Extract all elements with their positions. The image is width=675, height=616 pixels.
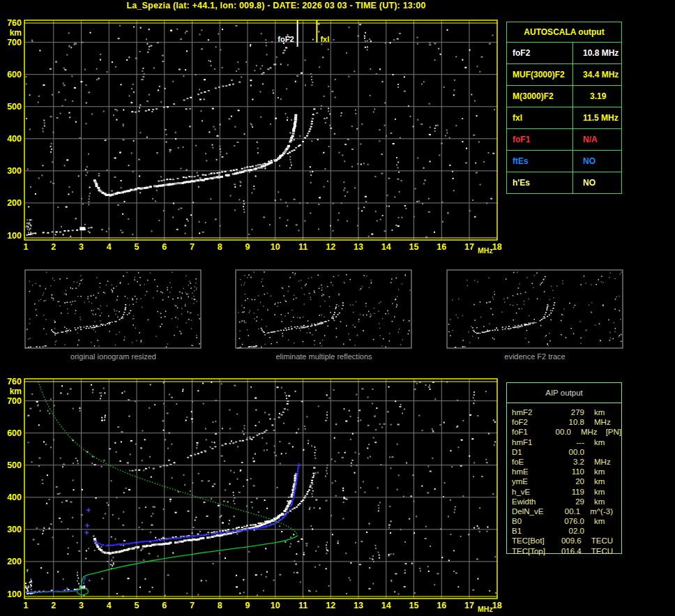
aip-rows: hmF2279kmfoF210.8MHzfoF100.0MHz[PN]hmF1-… — [507, 403, 621, 556]
svg-text:7: 7 — [190, 601, 195, 610]
svg-text:10: 10 — [271, 601, 280, 610]
svg-text:1: 1 — [24, 242, 29, 252]
aip-unit — [584, 447, 594, 457]
autoscala-row-foF1: foF1N/A — [507, 129, 621, 151]
aip-note — [613, 536, 621, 546]
svg-text:3: 3 — [79, 601, 84, 610]
aip-note — [605, 476, 613, 486]
aip-value: 016.4 — [553, 546, 581, 556]
svg-text:100: 100 — [7, 589, 22, 599]
aip-value: 110 — [555, 467, 584, 476]
aip-note — [594, 526, 602, 536]
svg-text:8: 8 — [218, 242, 222, 252]
profile-ionogram-plot: 760700600500400300200100km12345678910111… — [7, 377, 502, 613]
aip-note — [613, 506, 621, 516]
aip-label: hmF1 — [507, 437, 555, 447]
aip-unit — [584, 526, 594, 536]
svg-text:760: 760 — [7, 18, 22, 28]
param-value: 34.4 MHz — [573, 64, 621, 85]
param-value: 11.5 MHz — [573, 107, 621, 128]
aip-label: ymE — [507, 476, 555, 486]
svg-text:9: 9 — [245, 242, 250, 252]
svg-text:700: 700 — [7, 396, 22, 406]
svg-text:13: 13 — [354, 242, 363, 252]
svg-text:km: km — [10, 386, 22, 396]
svg-text:foF2: foF2 — [278, 35, 294, 43]
aip-unit: km — [584, 516, 605, 526]
aip-row-D1: D100.0 — [507, 447, 621, 457]
aip-unit: MHz — [584, 417, 611, 427]
aip-header: AIP output — [507, 383, 621, 403]
autoscala-header: AUTOSCALA output — [507, 22, 621, 43]
param-label: foF2 — [507, 43, 573, 63]
aip-label: hmF2 — [507, 407, 555, 417]
aip-unit: TECU — [582, 536, 613, 546]
svg-text:14: 14 — [381, 601, 391, 610]
autoscala-rows: foF210.8 MHzMUF(3000)F234.4 MHzM(3000)F2… — [507, 43, 621, 193]
aip-label: foF2 — [507, 417, 555, 427]
svg-text:16: 16 — [437, 242, 446, 252]
param-label: foF1 — [507, 129, 573, 150]
aip-label: TEC[Top] — [507, 546, 553, 556]
svg-text:760: 760 — [7, 377, 22, 386]
svg-text:14: 14 — [381, 242, 391, 252]
param-label: h'Es — [507, 172, 573, 193]
main-ionogram-plot: foF2fxI760700600500400300200100km1234567… — [7, 18, 502, 255]
param-label: M(3000)F2 — [507, 86, 573, 107]
svg-text:MHz: MHz — [478, 246, 493, 255]
aip-unit: km — [584, 476, 605, 486]
aip-label: D1 — [507, 447, 555, 457]
svg-text:15: 15 — [409, 242, 419, 252]
aip-value: 00.0 — [547, 427, 571, 437]
param-label: fxI — [507, 107, 573, 128]
aip-value: 10.8 — [555, 417, 584, 427]
param-value: 3.19 — [573, 86, 621, 107]
aip-label: DelN_vE — [507, 506, 553, 516]
aip-note — [605, 516, 613, 526]
svg-text:5: 5 — [135, 601, 139, 610]
aip-note — [613, 546, 621, 556]
autoscala-row-fxI: fxI11.5 MHz — [507, 107, 621, 129]
aip-row-hmE: hmE110km — [507, 467, 621, 476]
svg-text:1: 1 — [24, 601, 29, 610]
autoscala-row-foF2: foF210.8 MHz — [507, 43, 621, 64]
aip-note — [605, 407, 613, 417]
svg-text:300: 300 — [7, 525, 22, 534]
aip-row-Ewidth: Ewidth29km — [507, 497, 621, 506]
autoscala-row-h'Es: h'EsNO — [507, 172, 621, 193]
thumbnail-original — [25, 270, 201, 348]
param-value: NO — [573, 151, 621, 172]
aip-value: --- — [555, 437, 584, 447]
aip-note — [611, 417, 619, 427]
aip-unit: km — [584, 407, 605, 417]
aip-note — [605, 467, 613, 476]
svg-text:400: 400 — [7, 134, 22, 144]
svg-text:11: 11 — [298, 601, 308, 610]
thumbnail-caption-original: original ionogram resized — [25, 352, 202, 361]
svg-text:18: 18 — [492, 601, 502, 610]
aip-row-h_vE: h_vE119km — [507, 487, 621, 497]
svg-text:400: 400 — [7, 493, 22, 502]
svg-text:300: 300 — [7, 166, 22, 176]
svg-text:4: 4 — [107, 601, 112, 610]
aip-note — [605, 487, 613, 497]
aip-unit: km — [584, 487, 605, 497]
aip-value: 009.6 — [553, 536, 581, 546]
aip-value: 00.1 — [553, 506, 581, 516]
aip-value: 29 — [555, 497, 584, 506]
aip-row-hmF1: hmF1---km — [507, 437, 621, 447]
aip-unit: km — [584, 437, 605, 447]
aip-row-ymE: ymE20km — [507, 476, 621, 486]
thumbnail-caption-eliminate: eliminate multiple reflections — [236, 352, 412, 361]
aip-label: Ewidth — [507, 497, 555, 506]
aip-label: B1 — [507, 526, 555, 536]
aip-note — [605, 437, 613, 447]
aip-value: 279 — [555, 407, 584, 417]
svg-text:6: 6 — [162, 601, 167, 610]
svg-text:18: 18 — [492, 242, 502, 252]
aip-unit: m^(-3) — [580, 506, 613, 516]
aip-label: foF1 — [507, 427, 547, 437]
aip-note — [611, 457, 619, 467]
param-label: ftEs — [507, 151, 573, 172]
aip-label: foE — [507, 457, 555, 467]
